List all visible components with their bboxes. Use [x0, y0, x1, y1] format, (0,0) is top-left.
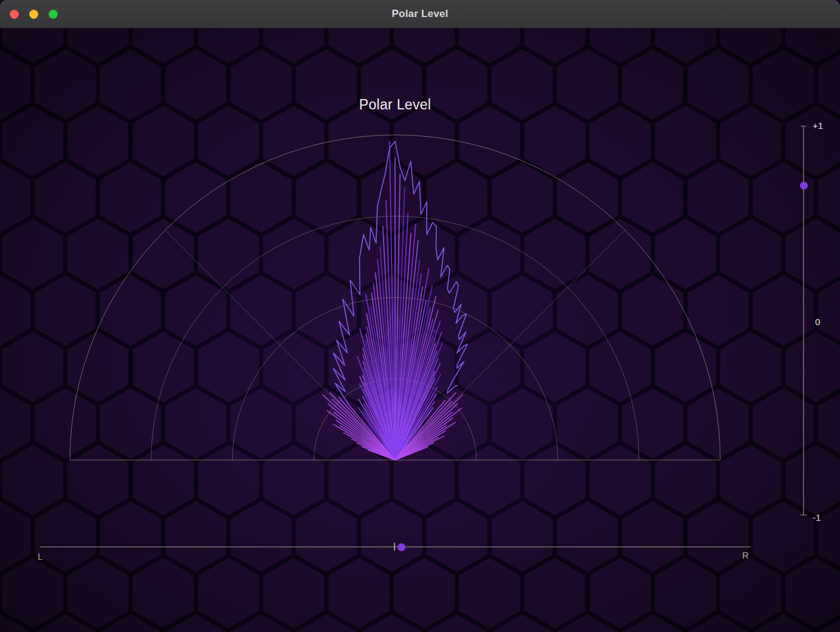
level-zero-label: 0 [815, 317, 820, 327]
level-slider-bottom-tick [800, 515, 807, 515]
level-min-label: -1 [813, 512, 821, 523]
minimize-button[interactable] [29, 10, 38, 19]
polar-level-display [0, 28, 840, 632]
pan-slider-thumb[interactable] [398, 543, 405, 551]
pan-left-label: L [38, 551, 43, 562]
window-title: Polar Level [392, 8, 449, 20]
display-title: Polar Level [280, 97, 511, 113]
pan-slider-track[interactable] [40, 546, 751, 548]
close-button[interactable] [10, 10, 19, 19]
traffic-lights [10, 10, 58, 19]
plugin-content: Polar Level +1 0 -1 L R [0, 28, 840, 632]
level-max-label: +1 [813, 120, 823, 131]
level-slider-thumb[interactable] [800, 182, 808, 190]
pan-right-label: R [742, 550, 749, 560]
pan-slider-center-tick [394, 543, 395, 551]
titlebar: Polar Level [0, 0, 840, 29]
plugin-window: { "window": { "title": "Polar Level" }, … [0, 0, 840, 632]
level-slider-top-tick [800, 126, 807, 126]
zoom-button[interactable] [49, 10, 58, 19]
